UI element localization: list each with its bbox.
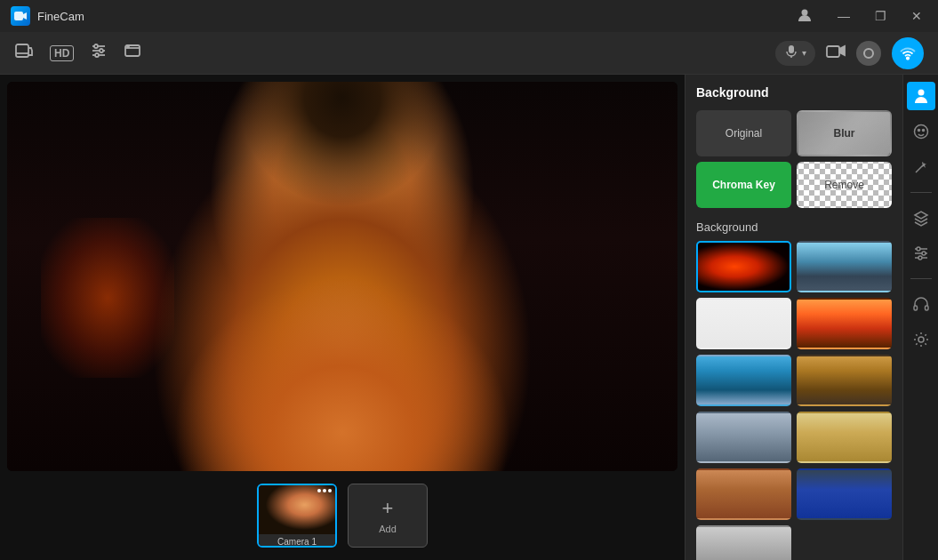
toolbar-left: HD	[14, 41, 758, 65]
dot2	[323, 489, 326, 492]
main-area: Camera 1 + Add Background Original	[0, 75, 938, 560]
toolbar: HD	[0, 32, 938, 75]
rail-headphone-icon[interactable]	[907, 290, 935, 318]
dot3	[328, 489, 332, 492]
video-frame	[7, 82, 677, 471]
camera1-label: Camera 1	[259, 534, 335, 548]
bg-thumbnails-grid	[696, 241, 892, 560]
video-container: Camera 1 + Add	[0, 75, 685, 560]
rail-sliders-icon[interactable]	[907, 239, 935, 268]
svg-point-11	[127, 46, 129, 48]
original-option[interactable]: Original	[696, 110, 791, 156]
minimize-button[interactable]: —	[832, 7, 855, 25]
rail-gear-icon[interactable]	[907, 325, 935, 354]
bg-thumb-2[interactable]	[797, 241, 892, 292]
svg-point-16	[907, 57, 909, 59]
svg-point-26	[918, 256, 922, 260]
record-inner	[863, 48, 874, 59]
titlebar-left: FineCam	[11, 6, 84, 26]
app-logo	[11, 6, 30, 26]
bg-thumb-4[interactable]	[797, 298, 892, 349]
add-plus-icon: +	[382, 497, 394, 520]
record-button[interactable]	[856, 41, 881, 66]
rail-magic-icon[interactable]	[907, 153, 935, 181]
bg-thumb-1[interactable]	[696, 241, 791, 292]
svg-point-20	[922, 130, 924, 132]
svg-rect-27	[914, 306, 918, 310]
camera1-thumbnail[interactable]: Camera 1	[257, 484, 337, 548]
bg-thumb-11[interactable]	[696, 525, 791, 560]
bg-thumb-3[interactable]	[696, 298, 791, 349]
panel-title: Background	[696, 85, 892, 100]
bg-thumb-10[interactable]	[797, 468, 892, 520]
wifi-button[interactable]	[892, 37, 924, 69]
remove-option[interactable]: Remove	[797, 162, 892, 208]
remove-label: Remove	[824, 179, 864, 191]
hd-button[interactable]: HD	[50, 45, 74, 61]
bg-thumb-5[interactable]	[696, 355, 791, 406]
sidebar: Background Original Blur Chroma Key Remo…	[685, 75, 902, 560]
svg-rect-14	[827, 46, 839, 57]
person-shirt	[173, 276, 511, 471]
titlebar-controls: — ❐ ✕	[791, 5, 927, 28]
mic-dropdown-icon[interactable]: ▾	[802, 48, 806, 58]
svg-point-17	[918, 90, 924, 96]
svg-point-29	[918, 337, 924, 342]
svg-rect-3	[16, 44, 28, 57]
add-thumbnail[interactable]: + Add	[348, 484, 428, 548]
blur-label: Blur	[834, 127, 855, 140]
bg-thumb-6[interactable]	[797, 355, 892, 406]
svg-point-19	[918, 130, 919, 132]
svg-marker-1	[23, 12, 27, 20]
toolbar-center: ▾	[775, 37, 924, 69]
rail-divider-2	[910, 278, 932, 279]
restore-button[interactable]: ❐	[870, 7, 892, 25]
chroma-option[interactable]: Chroma Key	[696, 162, 791, 208]
app-name: FineCam	[37, 10, 84, 23]
rail-face-icon[interactable]	[907, 117, 935, 146]
original-label: Original	[726, 127, 762, 140]
camera1-thumb-container: Camera 1	[257, 484, 337, 548]
bg-thumb-8[interactable]	[797, 412, 892, 463]
background-panel: Background Original Blur Chroma Key Remo…	[685, 75, 902, 560]
user-button[interactable]	[791, 5, 818, 28]
rail-divider-1	[910, 192, 932, 193]
bg-section-title: Background	[696, 220, 892, 234]
svg-point-25	[922, 252, 926, 255]
add-label: Add	[379, 524, 397, 534]
settings-icon[interactable]	[90, 42, 108, 64]
rail-layers-icon[interactable]	[907, 204, 935, 232]
person-hair	[209, 82, 476, 237]
bg-options: Original Blur Chroma Key Remove	[696, 110, 892, 208]
svg-point-7	[94, 44, 98, 48]
svg-point-9	[95, 53, 99, 57]
svg-rect-0	[14, 12, 23, 20]
dot1	[317, 489, 321, 492]
svg-rect-28	[925, 306, 928, 310]
svg-rect-12	[789, 45, 794, 53]
svg-point-8	[100, 49, 103, 52]
video-bg	[7, 82, 677, 471]
titlebar: FineCam — ❐ ✕	[0, 0, 938, 32]
camera1-preview	[259, 485, 335, 534]
screen-icon[interactable]	[124, 42, 141, 64]
close-button[interactable]: ✕	[906, 7, 927, 25]
video-thumbnail-bar: Camera 1 + Add	[7, 471, 677, 560]
mic-icon[interactable]	[784, 44, 798, 62]
export-icon[interactable]	[14, 41, 34, 65]
blur-option[interactable]: Blur	[797, 110, 892, 156]
camera-icon[interactable]	[826, 43, 846, 63]
camera1-menu[interactable]	[317, 489, 332, 492]
svg-point-2	[802, 9, 808, 15]
bg-thumb-7[interactable]	[696, 412, 791, 463]
bg-thumb-9[interactable]	[696, 468, 791, 520]
mic-area[interactable]: ▾	[775, 41, 815, 66]
add-thumb-container: + Add	[348, 484, 428, 548]
svg-marker-15	[839, 46, 845, 55]
rail-person-icon[interactable]	[907, 82, 935, 110]
chroma-label: Chroma Key	[712, 179, 775, 191]
svg-point-24	[917, 247, 920, 251]
icon-rail	[902, 75, 938, 560]
